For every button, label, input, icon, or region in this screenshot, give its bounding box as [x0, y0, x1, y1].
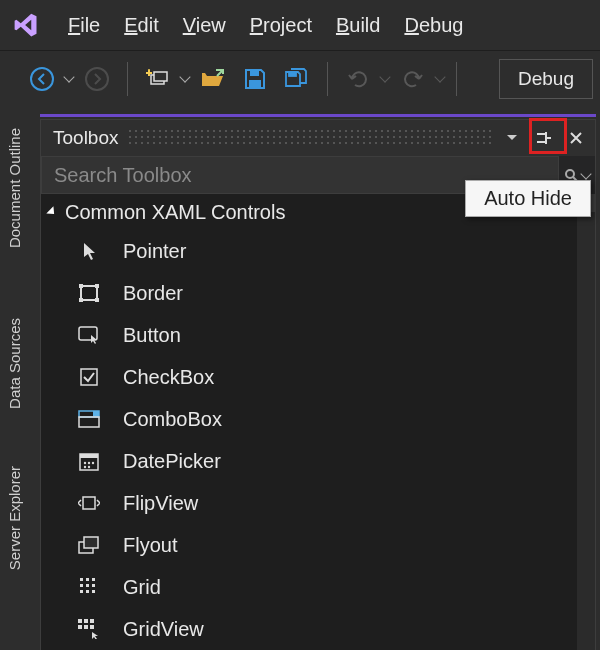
svg-rect-32	[80, 584, 83, 587]
item-label: FlipView	[123, 492, 198, 515]
svg-rect-29	[80, 578, 83, 581]
item-label: Flyout	[123, 534, 177, 557]
panel-active-indicator	[40, 114, 596, 117]
undo-button	[340, 61, 389, 97]
item-grid[interactable]: Grid	[41, 566, 595, 608]
item-label: GridView	[123, 618, 204, 641]
item-pointer[interactable]: Pointer	[41, 230, 595, 272]
nav-back-button[interactable]	[24, 61, 73, 97]
category-label: Common XAML Controls	[65, 201, 285, 224]
save-button[interactable]	[237, 61, 273, 97]
menubar: File Edit View Project Build Debug	[0, 0, 600, 50]
item-border[interactable]: Border	[41, 272, 595, 314]
tab-data-sources[interactable]: Data Sources	[6, 318, 28, 409]
scrollbar-track[interactable]	[577, 212, 595, 650]
grid-icon	[75, 576, 103, 598]
flyout-icon	[75, 534, 103, 556]
separator	[127, 62, 128, 96]
svg-point-24	[84, 466, 86, 468]
svg-point-23	[92, 462, 94, 464]
debug-target-dropdown[interactable]: Debug	[499, 59, 593, 99]
svg-rect-9	[81, 286, 97, 300]
menu-project[interactable]: Project	[250, 14, 312, 37]
item-flyout[interactable]: Flyout	[41, 524, 595, 566]
save-all-button[interactable]	[279, 61, 315, 97]
nav-forward-button	[79, 61, 115, 97]
item-combobox[interactable]: ComboBox	[41, 398, 595, 440]
svg-point-22	[88, 462, 90, 464]
svg-rect-18	[79, 417, 99, 427]
separator	[327, 62, 328, 96]
svg-rect-34	[92, 584, 95, 587]
item-label: Pointer	[123, 240, 186, 263]
svg-rect-33	[86, 584, 89, 587]
svg-rect-17	[93, 411, 99, 417]
item-label: DatePicker	[123, 450, 221, 473]
border-icon	[75, 282, 103, 304]
toolbox-header[interactable]: Toolbox	[41, 120, 595, 156]
autohide-pin-button[interactable]	[531, 125, 557, 151]
tab-server-explorer[interactable]: Server Explorer	[6, 466, 28, 570]
item-label: Border	[123, 282, 183, 305]
svg-rect-7	[289, 72, 296, 76]
window-menu-dropdown[interactable]	[499, 125, 525, 151]
item-label: ComboBox	[123, 408, 222, 431]
item-flipview[interactable]: FlipView	[41, 482, 595, 524]
svg-rect-39	[84, 619, 88, 623]
chevron-down-icon	[434, 71, 445, 82]
menu-view[interactable]: View	[183, 14, 226, 37]
svg-rect-13	[95, 298, 99, 302]
vs-logo-icon	[8, 11, 44, 39]
svg-rect-11	[95, 284, 99, 288]
pointer-icon	[75, 240, 103, 262]
svg-rect-43	[90, 625, 94, 629]
chevron-down-icon	[63, 71, 74, 82]
item-checkbox[interactable]: CheckBox	[41, 356, 595, 398]
menu-debug[interactable]: Debug	[404, 14, 463, 37]
svg-point-25	[88, 466, 90, 468]
grip-icon	[127, 128, 492, 148]
flipview-icon	[75, 492, 103, 514]
close-panel-button[interactable]	[563, 125, 589, 151]
menu-edit[interactable]: Edit	[124, 14, 158, 37]
open-file-button[interactable]	[195, 61, 231, 97]
svg-rect-30	[86, 578, 89, 581]
combobox-icon	[75, 408, 103, 430]
separator	[456, 62, 457, 96]
chevron-down-icon	[379, 71, 390, 82]
svg-rect-38	[78, 619, 82, 623]
tooltip: Auto Hide	[465, 180, 591, 217]
datepicker-icon	[75, 450, 103, 472]
new-item-button[interactable]	[140, 61, 189, 97]
svg-rect-36	[86, 590, 89, 593]
svg-point-0	[31, 68, 53, 90]
svg-rect-6	[249, 80, 261, 88]
tab-document-outline[interactable]: Document Outline	[6, 128, 28, 248]
svg-rect-12	[79, 298, 83, 302]
svg-rect-35	[80, 590, 83, 593]
item-gridview[interactable]: GridView	[41, 608, 595, 650]
menu-file[interactable]: File	[68, 14, 100, 37]
toolbar: Debug	[0, 50, 600, 106]
svg-rect-5	[250, 70, 259, 76]
item-button[interactable]: Button	[41, 314, 595, 356]
svg-point-1	[86, 68, 108, 90]
svg-rect-37	[92, 590, 95, 593]
svg-rect-3	[154, 72, 167, 81]
svg-rect-10	[79, 284, 83, 288]
redo-button	[395, 61, 444, 97]
svg-rect-20	[80, 454, 98, 458]
menu-build[interactable]: Build	[336, 14, 380, 37]
svg-point-8	[566, 170, 574, 178]
button-icon	[75, 324, 103, 346]
expand-collapse-icon	[46, 206, 57, 217]
svg-point-4	[148, 69, 150, 71]
svg-rect-31	[92, 578, 95, 581]
gridview-icon	[75, 618, 103, 640]
toolbox-tree: Common XAML Controls Pointer Border Butt…	[41, 194, 595, 650]
toolbox-panel: Toolbox Auto Hide	[40, 119, 596, 650]
svg-rect-15	[81, 369, 97, 385]
item-datepicker[interactable]: DatePicker	[41, 440, 595, 482]
item-label: CheckBox	[123, 366, 214, 389]
debug-target-label: Debug	[518, 68, 574, 90]
